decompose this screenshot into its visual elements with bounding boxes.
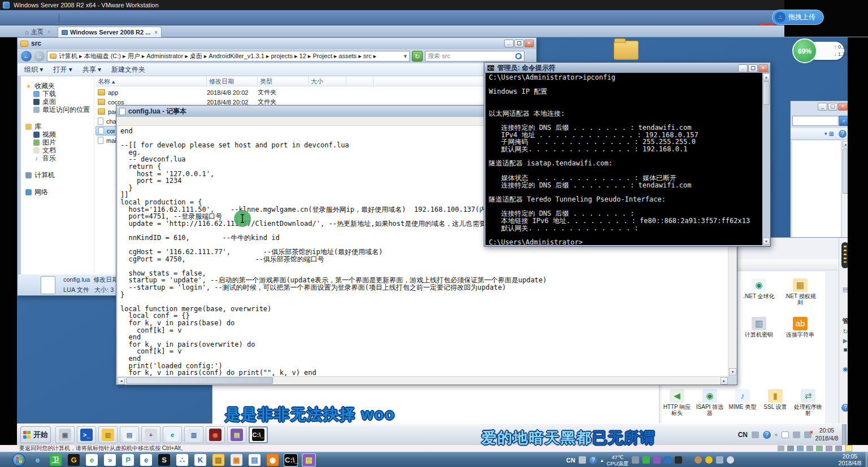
host-start-button[interactable] — [12, 453, 25, 466]
tab-home[interactable]: ⌂ 主页 × — [21, 27, 54, 37]
niuniu-explorer-window[interactable]: _ ▢ × ⌕ ▾ ▦ ? ▲ — [790, 101, 850, 240]
horizontal-scrollbar[interactable]: ◄ ► — [118, 376, 728, 385]
taskbar-s-browser[interactable]: S — [157, 453, 171, 467]
menu-view[interactable] — [28, 17, 35, 19]
taskbar-cmd-running[interactable]: C:\_ — [284, 453, 298, 467]
menu-help[interactable] — [49, 17, 55, 19]
tray-expand-icon[interactable]: « — [775, 432, 778, 438]
quicklaunch-ie[interactable]: e — [163, 426, 182, 443]
tray-user-icon[interactable] — [695, 456, 702, 464]
taskbar-360-safe[interactable]: 卫 — [49, 453, 63, 467]
sidebar-recent[interactable]: 最近访问的位置 — [21, 106, 94, 114]
minimize-button[interactable]: _ — [738, 64, 748, 72]
action-center-flag-icon[interactable] — [782, 431, 789, 438]
quicklaunch-server-manager[interactable]: ▣ — [55, 426, 75, 443]
quicklaunch-display[interactable]: ▥ — [184, 426, 203, 443]
iis-feature-handler-mappings[interactable]: ⇄处理程序映射 — [792, 389, 824, 416]
iis-feature-net-globalization[interactable]: ◉.NET 全球化 — [743, 278, 775, 299]
network-adapter-icon[interactable] — [797, 446, 804, 451]
iis-feature-machine-key[interactable]: ▥计算机密钥 — [743, 317, 775, 338]
column-type[interactable]: 类型 — [258, 76, 309, 86]
sidebar-documents[interactable]: 文档 — [21, 146, 94, 154]
host-clock[interactable]: 20:05 2018/4/8 — [835, 453, 865, 466]
help-icon[interactable]: ? — [589, 456, 597, 464]
maximize-button[interactable]: ▢ — [514, 40, 524, 47]
tray-app-icon[interactable] — [675, 456, 682, 464]
toolbar-new-folder[interactable]: 新建文件夹 — [111, 65, 145, 75]
printer-icon[interactable] — [806, 446, 813, 451]
column-date[interactable]: 修改日期 — [207, 76, 258, 86]
cdrom-icon[interactable] — [787, 446, 794, 451]
volume-icon[interactable] — [727, 456, 734, 464]
keyboard-icon[interactable] — [752, 431, 759, 438]
scrollbar[interactable]: ▲ ▼ — [762, 73, 770, 245]
menu-vm[interactable] — [35, 17, 42, 19]
desktop-folder-icon[interactable] — [614, 41, 639, 60]
sidebar-computer[interactable]: 计算机 — [21, 171, 94, 179]
usb-icon[interactable] — [826, 446, 832, 451]
message-log-icon[interactable] — [845, 445, 852, 452]
taskbar-vmware[interactable]: ▣ — [229, 453, 244, 467]
address-dropdown-caret[interactable]: ▾ — [403, 53, 407, 60]
taskbar-baidu-netdisk[interactable]: ∴ — [175, 453, 189, 467]
minimize-button[interactable]: _ — [504, 40, 514, 47]
taskbar-notepad[interactable]: ▤ — [248, 453, 262, 467]
keyboard-icon[interactable] — [579, 456, 586, 464]
webcam-icon[interactable] — [835, 446, 842, 451]
search-input[interactable] — [792, 116, 839, 126]
sound-icon[interactable] — [816, 446, 823, 451]
iis-feature-http-response-headers[interactable]: ◀HTTP 响应标头 — [661, 389, 693, 416]
toolbar-share[interactable]: 共享 ▾ — [83, 65, 101, 75]
quicklaunch-admin-tools[interactable]: + — [141, 426, 160, 443]
quicklaunch-notepad[interactable]: ▤ — [120, 426, 139, 443]
close-button[interactable]: × — [758, 64, 768, 72]
file-list-area[interactable] — [792, 141, 841, 238]
breadcrumb[interactable]: 计算机 ▸ 本地磁盘 (C:) ▸ 用户 ▸ Administrator ▸ 桌… — [47, 51, 410, 62]
quicklaunch-cmd[interactable]: C:\_ — [249, 426, 268, 443]
sidebar-favorites[interactable]: ★收藏夹 — [21, 82, 94, 90]
taskbar-360-browser[interactable]: e — [85, 453, 99, 467]
vm-start-button[interactable]: 开始 — [20, 426, 51, 443]
speed-ball-widget[interactable]: ↑ 0.1K/s ↓ 1.3K/s 69% — [792, 38, 845, 63]
tray-expand-icon[interactable]: ▴ — [601, 457, 604, 463]
language-indicator[interactable]: CN — [738, 431, 748, 439]
column-size[interactable]: 大小 — [309, 76, 346, 86]
tab-vm-windows-server[interactable]: Windows Server 2008 R2 ... × — [58, 27, 162, 37]
maximize-button[interactable]: ▢ — [748, 64, 758, 72]
sidebar-pictures[interactable]: 图片 — [21, 138, 94, 146]
minimize-button[interactable]: _ — [818, 103, 827, 111]
close-tab-icon[interactable]: × — [46, 29, 51, 35]
taskbar-ie[interactable]: e — [31, 453, 45, 467]
iis-feature-ssl-settings[interactable]: ▮SSL 设置 — [759, 389, 792, 410]
maximize-button[interactable]: ▢ — [828, 103, 837, 111]
cmd-titlebar[interactable]: C:\ 管理员: 命令提示符 _ ▢ × — [484, 63, 770, 73]
sidebar-music[interactable]: ♪音乐 — [21, 154, 94, 162]
cpu-temperature[interactable]: 47℃CPU温度 — [606, 454, 628, 466]
display-icon[interactable] — [793, 431, 800, 438]
menu-edit[interactable] — [21, 17, 28, 19]
taskbar-winrar-running[interactable]: ▤ — [302, 453, 316, 467]
toolbar-organize[interactable]: 组织 ▾ — [24, 65, 43, 75]
cmd-window[interactable]: C:\ 管理员: 命令提示符 _ ▢ × C:\Users\Administra… — [484, 62, 771, 247]
forward-button[interactable]: → — [34, 51, 45, 62]
tray-netdisk-icon[interactable] — [664, 456, 671, 464]
show-desktop-button[interactable] — [842, 424, 847, 446]
views-icon[interactable]: ▾ ▦ — [824, 130, 834, 137]
quicklaunch-winrar[interactable]: ▤ — [227, 426, 246, 443]
language-indicator[interactable]: CN — [566, 457, 575, 464]
iis-feature-connection-strings[interactable]: ab连接字符串 — [784, 317, 817, 338]
toolbar-open[interactable]: 打开 ▾ — [53, 65, 72, 75]
network-signal-icon[interactable] — [716, 456, 723, 464]
tray-printer-icon[interactable] — [632, 456, 639, 464]
help-icon[interactable]: ? — [839, 130, 847, 138]
show-desktop-button[interactable] — [866, 452, 868, 467]
sidebar-downloads[interactable]: 下载 — [21, 90, 94, 98]
close-tab-icon[interactable]: × — [153, 29, 158, 36]
column-name[interactable]: 名称 ▴ — [96, 76, 207, 86]
quicklaunch-game[interactable]: ◉ — [206, 426, 225, 443]
refresh-button[interactable]: ↻ — [412, 51, 423, 62]
taskbar-kmplayer[interactable]: ◉ — [266, 453, 280, 467]
drag-upload-pill[interactable]: ∴ 拖拽上传 — [772, 10, 824, 25]
sidebar-videos[interactable]: 视频 — [21, 130, 94, 138]
close-button[interactable]: × — [524, 40, 534, 47]
